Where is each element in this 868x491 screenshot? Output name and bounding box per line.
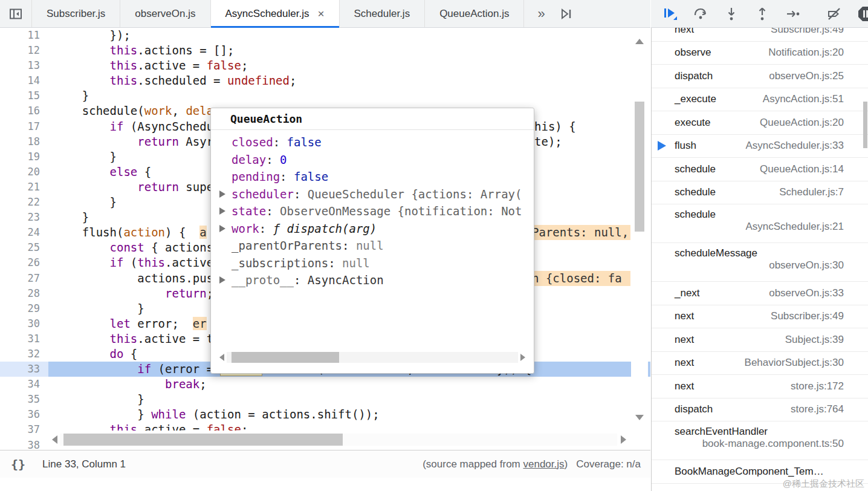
line-number[interactable]: 32 (0, 346, 48, 362)
line-number[interactable]: 36 (0, 407, 48, 422)
popover-property-row[interactable]: __proto__: AsyncAction (211, 272, 534, 289)
line-number[interactable]: 22 (0, 195, 48, 210)
line-number[interactable]: 16 (0, 103, 48, 119)
call-stack-frame[interactable]: executeQueueAction.js:20 (652, 111, 868, 135)
scroll-left-icon[interactable] (219, 354, 224, 361)
line-number[interactable]: 37 (0, 422, 48, 437)
disclosure-triangle-icon[interactable] (219, 225, 225, 232)
resume-button[interactable] (662, 6, 678, 22)
deactivate-breakpoints-button[interactable] (826, 6, 842, 22)
code-text[interactable]: }); (48, 28, 650, 43)
line-number[interactable]: 12 (0, 43, 48, 58)
line-number[interactable]: 11 (0, 28, 48, 43)
vendor-js-link[interactable]: vendor.js (523, 458, 564, 470)
hide-navigator-button[interactable] (0, 0, 32, 27)
line-number[interactable]: 26 (0, 255, 48, 270)
line-number[interactable]: 19 (0, 149, 48, 164)
sidebar-scroll-thumb[interactable] (863, 102, 867, 148)
popover-property-row[interactable]: work: ƒ dispatch(arg) (211, 220, 534, 238)
line-number[interactable]: 35 (0, 392, 48, 407)
call-stack-frame[interactable]: flushAsyncScheduler.js:33 (652, 135, 868, 158)
line-number[interactable]: 23 (0, 210, 48, 225)
more-tabs-icon[interactable]: » (537, 6, 545, 22)
open-file-overlay-button[interactable] (559, 7, 573, 21)
call-stack-frame[interactable]: scheduleScheduler.js:7 (652, 181, 868, 205)
editor-vscrollbar[interactable] (631, 28, 648, 448)
line-number[interactable]: 31 (0, 331, 48, 346)
hscroll-thumb[interactable] (63, 434, 343, 446)
tab-Scheduler.js[interactable]: Scheduler.js (340, 0, 426, 27)
scroll-right-icon[interactable] (520, 354, 525, 361)
line-number[interactable]: 29 (0, 301, 48, 316)
code-text[interactable]: this.scheduled = undefined; (48, 73, 650, 88)
code-text[interactable]: } (48, 392, 650, 407)
scroll-down-icon[interactable] (635, 415, 644, 420)
cursor-position: Line 33, Column 1 (42, 458, 126, 470)
code-text[interactable]: } while (action = actions.shift()); (48, 407, 650, 422)
line-number[interactable]: 14 (0, 73, 48, 88)
popover-hscrollbar[interactable] (217, 350, 528, 365)
code-text[interactable]: break; (48, 377, 650, 392)
call-stack-frame[interactable]: scheduleQueueAction.js:14 (652, 158, 868, 181)
tab-close-icon[interactable]: × (317, 8, 324, 19)
line-number[interactable]: 25 (0, 240, 48, 255)
code-text[interactable]: } (48, 88, 650, 103)
line-number[interactable]: 20 (0, 164, 48, 180)
scroll-track[interactable] (60, 434, 617, 446)
code-token: if (137, 362, 151, 376)
tab-QueueAction.js[interactable]: QueueAction.js (425, 0, 524, 27)
line-number[interactable]: 15 (0, 88, 48, 103)
code-token (54, 135, 137, 148)
call-stack-frame[interactable]: nextSubject.js:39 (652, 328, 868, 352)
call-stack-frame[interactable]: scheduleAsyncScheduler.js:21 (652, 204, 868, 243)
line-number[interactable]: 30 (0, 316, 48, 331)
call-stack-frame[interactable]: observeNotification.js:20 (652, 42, 868, 65)
line-number[interactable]: 28 (0, 286, 48, 301)
call-stack-frame[interactable]: _nextobserveOn.js:33 (652, 282, 868, 305)
scroll-right-icon[interactable] (621, 435, 626, 444)
debugger-toolbar (651, 0, 868, 28)
pause-on-exceptions-button[interactable] (857, 5, 868, 22)
step-out-button[interactable] (754, 6, 770, 22)
step-button[interactable] (785, 6, 801, 22)
frame-location: book-manage.component.ts:50 (675, 438, 844, 450)
tab-Subscriber.js[interactable]: Subscriber.js (32, 0, 120, 27)
code-text[interactable]: this.actions = []; (48, 43, 650, 58)
code-text[interactable]: this.active = false; (48, 58, 650, 73)
scroll-track[interactable] (227, 352, 518, 363)
disclosure-triangle-icon[interactable] (219, 276, 225, 284)
disclosure-triangle-icon[interactable] (219, 190, 225, 198)
call-stack-frame[interactable]: dispatchstore.js:764 (652, 398, 868, 422)
line-number[interactable]: 38 (0, 438, 48, 450)
line-number[interactable]: 27 (0, 271, 48, 286)
call-stack-frame[interactable]: nextSubscriber.js:49 (652, 28, 868, 42)
vscroll-thumb[interactable] (635, 102, 644, 232)
scroll-thumb[interactable] (232, 352, 339, 363)
scroll-up-icon[interactable] (635, 39, 644, 44)
line-number[interactable]: 24 (0, 225, 48, 240)
disclosure-triangle-icon[interactable] (219, 207, 225, 215)
tab-AsyncScheduler.js[interactable]: AsyncScheduler.js× (211, 0, 340, 27)
step-over-button[interactable] (693, 6, 708, 22)
call-stack-frame[interactable]: _executeAsyncAction.js:51 (652, 88, 868, 112)
pretty-print-icon[interactable]: {} (11, 457, 25, 472)
call-stack-frame[interactable]: nextSubscriber.js:49 (652, 305, 868, 329)
step-into-button[interactable] (724, 6, 739, 22)
editor-hscrollbar[interactable] (50, 431, 630, 448)
code-editor[interactable]: 11 });12 this.actions = [];13 this.activ… (0, 28, 650, 450)
call-stack-frame[interactable]: searchEventHandlerbook-manage.component.… (652, 421, 868, 460)
line-number[interactable]: 33 (0, 362, 48, 377)
popover-property-row[interactable]: scheduler: QueueScheduler {actions: Arra… (211, 186, 534, 203)
line-number[interactable]: 34 (0, 377, 48, 392)
line-number[interactable]: 21 (0, 180, 48, 195)
tab-observeOn.js[interactable]: observeOn.js (120, 0, 210, 27)
call-stack-frame[interactable]: nextstore.js:172 (652, 375, 868, 398)
scroll-left-icon[interactable] (52, 435, 57, 444)
line-number[interactable]: 18 (0, 134, 48, 149)
popover-property-row[interactable]: state: ObserveOnMessage {notification: N… (211, 203, 534, 220)
call-stack-frame[interactable]: nextBehaviorSubject.js:30 (652, 352, 868, 376)
call-stack-frame[interactable]: scheduleMessageobserveOn.js:30 (652, 243, 868, 282)
line-number[interactable]: 13 (0, 58, 48, 73)
line-number[interactable]: 17 (0, 119, 48, 134)
call-stack-frame[interactable]: dispatchobserveOn.js:25 (652, 65, 868, 88)
